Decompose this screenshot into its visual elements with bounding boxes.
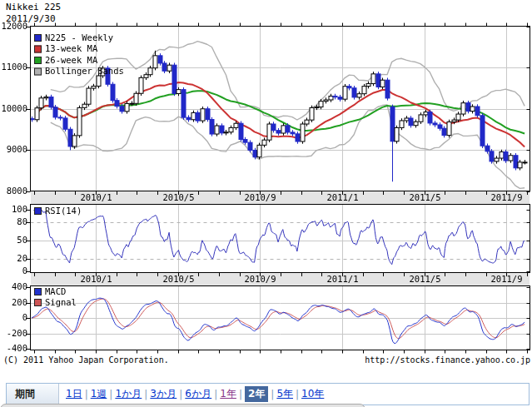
period-label-cell: 期間 [7, 384, 59, 405]
period-separator: | [179, 389, 182, 400]
period-separator: | [214, 389, 217, 400]
period-separator: | [109, 389, 112, 400]
period-option-1週[interactable]: 1週 [91, 387, 107, 401]
period-option-3か月[interactable]: 3か月 [150, 387, 177, 401]
period-separator: | [85, 389, 88, 400]
copyright-text: (C) 2011 Yahoo Japan Corporation. [3, 355, 169, 365]
period-option-1か月[interactable]: 1か月 [115, 387, 142, 401]
nikkei-chart-page: Nikkei 225 2011/9/30 (C) 2011 Yahoo Japa… [0, 0, 532, 407]
period-separator: | [239, 389, 242, 400]
next-panel-tab [0, 404, 365, 407]
period-separator: | [296, 389, 299, 400]
source-url-text: http://stocks.finance.yahoo.co.jp [365, 355, 530, 365]
period-options: 1日|1週|1か月|3か月|6か月|1年|2年|5年|10年 [59, 384, 324, 405]
period-option-1日[interactable]: 1日 [66, 387, 82, 401]
period-separator: | [271, 389, 274, 400]
period-option-5年[interactable]: 5年 [276, 387, 293, 401]
period-label: 期間 [7, 387, 35, 401]
period-bar: 期間 1日|1週|1か月|3か月|6か月|1年|2年|5年|10年 [6, 383, 530, 405]
period-separator: | [144, 389, 147, 400]
period-option-6か月[interactable]: 6か月 [185, 387, 211, 401]
period-option-1年[interactable]: 1年 [220, 387, 236, 401]
nikkei-chart-canvas [0, 0, 532, 355]
period-option-10年[interactable]: 10年 [301, 387, 324, 401]
period-option-2年[interactable]: 2年 [245, 386, 268, 402]
